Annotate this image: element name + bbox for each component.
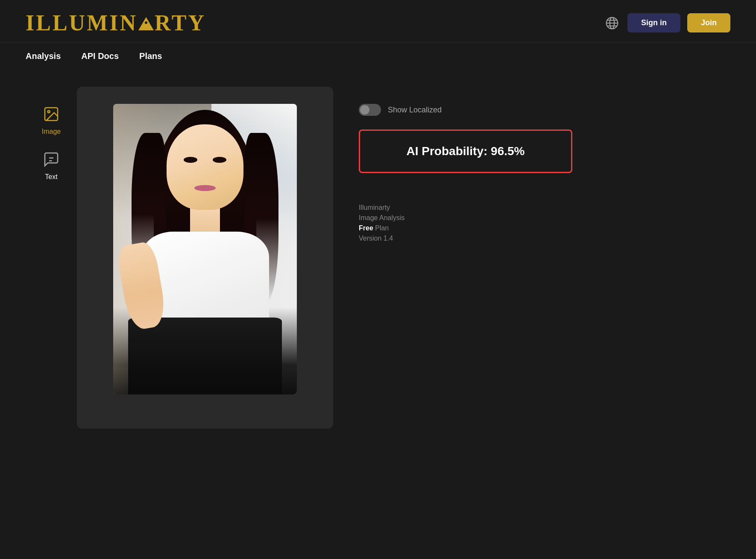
main-nav: Analysis API Docs Plans — [0, 43, 756, 70]
toggle-thumb — [360, 105, 369, 115]
header: ILLUMINRTY Sign in Join — [0, 0, 756, 43]
info-line-2: Image Analysis — [359, 214, 705, 222]
text-icon — [41, 149, 62, 170]
sidebar-item-image[interactable]: Image — [34, 104, 68, 135]
sidebar-label-text: Text — [45, 173, 57, 181]
logo-text-1: ILLUMIN — [26, 11, 138, 35]
figure-lips — [194, 185, 216, 191]
info-plan-label: Plan — [373, 224, 389, 232]
sidebar-item-text[interactable]: Text — [34, 149, 68, 181]
info-free-label: Free — [359, 224, 373, 232]
toggle-row: Show Localized — [359, 104, 705, 116]
info-line-3: Free Plan — [359, 224, 705, 232]
figure-face — [167, 124, 243, 210]
info-line-1: Illuminarty — [359, 204, 705, 212]
main-content: Image Text — [0, 70, 756, 446]
sidebar: Image Text — [26, 87, 77, 429]
image-icon — [41, 104, 62, 124]
sidebar-label-image: Image — [42, 128, 61, 135]
header-right: Sign in Join — [604, 13, 730, 32]
ai-probability-text: AI Probability: 96.5% — [407, 144, 525, 158]
join-button[interactable]: Join — [687, 13, 730, 32]
info-line-4: Version 1.4 — [359, 235, 705, 242]
ai-probability-box: AI Probability: 96.5% — [359, 129, 572, 173]
svg-point-6 — [48, 111, 50, 113]
image-panel — [77, 87, 333, 429]
nav-item-plans[interactable]: Plans — [139, 51, 162, 61]
show-localized-toggle[interactable] — [359, 104, 381, 116]
results-panel: Show Localized AI Probability: 96.5% Ill… — [333, 87, 730, 429]
globe-svg — [605, 16, 619, 30]
logo-triangle-icon — [138, 17, 154, 30]
logo: ILLUMINRTY — [26, 10, 206, 35]
figure-skirt — [128, 318, 282, 394]
figure-eye-right — [213, 157, 226, 163]
logo-text-2: RTY — [155, 11, 206, 35]
show-localized-label: Show Localized — [388, 106, 442, 115]
nav-item-api-docs[interactable]: API Docs — [81, 51, 119, 61]
uploaded-image — [113, 104, 297, 394]
signin-button[interactable]: Sign in — [627, 13, 680, 32]
globe-icon[interactable] — [604, 15, 621, 32]
nav-item-analysis[interactable]: Analysis — [26, 51, 61, 61]
info-section: Illuminarty Image Analysis Free Plan Ver… — [359, 204, 705, 242]
figure-eye-left — [184, 157, 197, 163]
